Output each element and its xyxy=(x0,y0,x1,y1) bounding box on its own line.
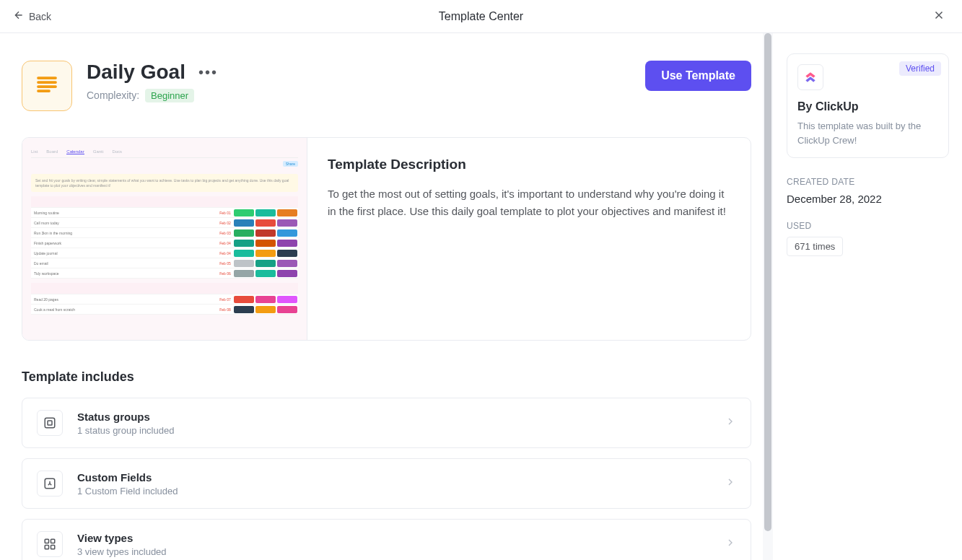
author-title: By ClickUp xyxy=(797,100,938,113)
chevron-right-icon xyxy=(725,476,736,491)
list-icon xyxy=(34,71,60,100)
template-header: Daily Goal ••• Complexity: Beginner Use … xyxy=(22,61,751,111)
includes-heading: Template includes xyxy=(22,369,751,385)
svg-rect-4 xyxy=(45,418,55,428)
page-title: Template Center xyxy=(439,10,523,23)
more-options-button[interactable]: ••• xyxy=(196,61,221,84)
author-description: This template was built by the ClickUp C… xyxy=(797,119,938,147)
sidebar: Verified By ClickUp This template was bu… xyxy=(773,33,962,560)
include-subtitle: 3 view types included xyxy=(77,546,725,557)
include-item-custom-fields[interactable]: Custom Fields 1 Custom Field included xyxy=(22,458,751,509)
svg-rect-10 xyxy=(51,546,55,549)
used-label: USED xyxy=(787,221,949,231)
description-heading: Template Description xyxy=(328,157,730,172)
use-template-button[interactable]: Use Template xyxy=(645,61,751,91)
include-subtitle: 1 status group included xyxy=(77,425,725,436)
svg-rect-8 xyxy=(51,539,55,543)
back-button[interactable]: Back xyxy=(13,9,51,23)
description-text: To get the most out of setting goals, it… xyxy=(328,185,730,220)
close-button[interactable] xyxy=(929,6,949,27)
used-count-badge: 671 times xyxy=(787,237,843,256)
template-icon xyxy=(22,61,72,111)
main-content: Daily Goal ••• Complexity: Beginner Use … xyxy=(0,33,773,560)
verified-badge: Verified xyxy=(899,61,941,76)
complexity-label: Complexity: xyxy=(87,89,139,101)
author-card: Verified By ClickUp This template was bu… xyxy=(787,53,949,158)
created-date-value: December 28, 2022 xyxy=(787,193,949,205)
include-title: Status groups xyxy=(77,411,725,423)
include-subtitle: 1 Custom Field included xyxy=(77,486,725,496)
status-groups-icon xyxy=(37,410,63,436)
include-item-status-groups[interactable]: Status groups 1 status group included xyxy=(22,398,751,448)
svg-rect-9 xyxy=(45,546,48,549)
custom-fields-icon xyxy=(37,471,63,496)
view-types-icon xyxy=(37,531,63,557)
svg-rect-5 xyxy=(48,421,52,425)
chevron-right-icon xyxy=(725,416,736,430)
template-title: Daily Goal xyxy=(87,61,185,84)
clickup-logo-icon xyxy=(797,64,823,90)
scrollbar-thumb[interactable] xyxy=(764,33,771,531)
arrow-left-icon xyxy=(13,9,25,23)
svg-rect-7 xyxy=(45,539,48,543)
topbar: Back Template Center xyxy=(0,0,962,33)
complexity-badge: Beginner xyxy=(145,89,194,102)
created-date-label: CREATED DATE xyxy=(787,177,949,187)
template-preview-image: ListBoardCalendarGanttDocs Share Set and… xyxy=(22,138,307,340)
include-title: Custom Fields xyxy=(77,471,725,484)
chevron-right-icon xyxy=(725,537,736,551)
description-card: ListBoardCalendarGanttDocs Share Set and… xyxy=(22,137,751,341)
scrollbar-track[interactable] xyxy=(763,33,773,560)
ellipsis-icon: ••• xyxy=(198,64,218,80)
close-icon xyxy=(932,9,945,24)
include-item-view-types[interactable]: View types 3 view types included xyxy=(22,519,751,560)
back-label: Back xyxy=(29,11,51,22)
include-title: View types xyxy=(77,532,725,544)
